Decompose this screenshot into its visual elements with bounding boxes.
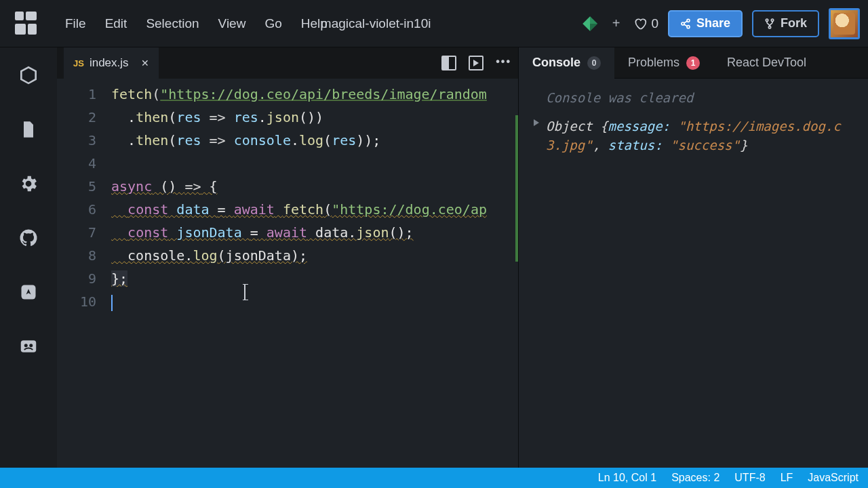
menu-edit[interactable]: Edit <box>105 16 127 31</box>
diff-indicator <box>515 115 518 262</box>
more-icon[interactable]: ••• <box>496 56 511 70</box>
editor-actions: ••• <box>441 56 511 70</box>
svg-rect-12 <box>21 340 37 352</box>
indent-setting[interactable]: Spaces: 2 <box>671 472 719 484</box>
svg-line-7 <box>684 24 688 26</box>
console-cleared-msg: Console was cleared <box>546 88 856 107</box>
menu-file[interactable]: File <box>65 16 86 31</box>
code-editor[interactable]: 12345678910 fetch("https://dog.ceo/api/b… <box>57 79 518 313</box>
settings-icon[interactable] <box>17 172 40 195</box>
svg-point-13 <box>24 344 28 347</box>
share-label: Share <box>696 16 730 30</box>
tab-console[interactable]: Console 0 <box>519 47 614 79</box>
svg-point-14 <box>29 344 33 347</box>
console-log-object[interactable]: Object {message: "https://images.dog.c3.… <box>546 117 856 155</box>
share-button[interactable]: Share <box>668 10 743 37</box>
menu-selection[interactable]: Selection <box>146 16 199 31</box>
eol[interactable]: LF <box>781 472 793 484</box>
code-content[interactable]: fetch("https://dog.ceo/api/breeds/image/… <box>111 83 487 313</box>
console-output[interactable]: Console was cleared Object {message: "ht… <box>519 79 868 164</box>
fork-label: Fork <box>781 16 807 30</box>
tab-react-devtools[interactable]: React DevTool <box>713 47 820 79</box>
sandbox-title[interactable]: magical-violet-in10i <box>321 16 431 31</box>
github-icon[interactable] <box>17 226 40 249</box>
likes-number: 0 <box>651 16 658 31</box>
top-bar: File Edit Selection View Go Help magical… <box>0 0 868 47</box>
menu-go[interactable]: Go <box>264 16 281 31</box>
fork-icon <box>764 18 775 29</box>
svg-line-6 <box>684 21 688 23</box>
svg-marker-2 <box>590 24 597 31</box>
editor-pane: JS index.js ✕ ••• 12345678910 fetch("htt… <box>57 47 518 468</box>
svg-marker-1 <box>590 16 597 24</box>
deploy-icon[interactable] <box>17 281 40 304</box>
expand-arrow-icon[interactable] <box>534 119 539 126</box>
app-logo[interactable] <box>15 12 39 36</box>
encoding[interactable]: UTF-8 <box>734 472 765 484</box>
editor-tabs: JS index.js ✕ ••• <box>57 47 518 79</box>
line-gutter: 12345678910 <box>57 83 111 313</box>
file-icon[interactable] <box>17 118 40 141</box>
console-count-badge: 0 <box>587 56 601 70</box>
problems-count-badge: 1 <box>686 56 700 70</box>
svg-point-8 <box>766 19 768 21</box>
fork-button[interactable]: Fork <box>752 10 819 37</box>
file-tab-active[interactable]: JS index.js ✕ <box>64 47 159 79</box>
console-tabs: Console 0 Problems 1 React DevTool <box>519 47 868 79</box>
svg-point-10 <box>768 26 770 28</box>
explorer-icon[interactable] <box>17 64 40 87</box>
likes-count[interactable]: 0 <box>633 16 658 31</box>
live-icon[interactable] <box>17 335 40 358</box>
close-tab-icon[interactable]: ✕ <box>141 58 149 68</box>
activity-bar <box>0 47 57 468</box>
run-icon[interactable] <box>469 56 484 70</box>
main-menu: File Edit Selection View Go Help <box>65 16 328 31</box>
svg-point-4 <box>682 22 684 25</box>
sandbox-icon[interactable] <box>581 15 599 33</box>
svg-point-5 <box>687 25 690 28</box>
file-type-badge: JS <box>73 58 84 68</box>
status-bar: Ln 10, Col 1 Spaces: 2 UTF-8 LF JavaScri… <box>0 468 868 488</box>
user-avatar[interactable] <box>829 8 860 39</box>
svg-point-9 <box>771 19 773 21</box>
menu-view[interactable]: View <box>218 16 246 31</box>
text-cursor-icon <box>244 285 245 300</box>
file-name: index.js <box>90 56 129 70</box>
add-button[interactable]: + <box>608 16 625 31</box>
svg-point-3 <box>687 19 690 22</box>
cursor-position[interactable]: Ln 10, Col 1 <box>598 472 656 484</box>
editor-caret <box>111 295 113 311</box>
tab-problems[interactable]: Problems 1 <box>614 47 713 79</box>
split-editor-icon[interactable] <box>441 56 456 70</box>
console-pane: Console 0 Problems 1 React DevTool Conso… <box>518 47 868 468</box>
language-mode[interactable]: JavaScript <box>808 472 859 484</box>
workspace: JS index.js ✕ ••• 12345678910 fetch("htt… <box>0 47 868 468</box>
share-icon <box>680 18 691 29</box>
heart-icon <box>633 17 647 30</box>
